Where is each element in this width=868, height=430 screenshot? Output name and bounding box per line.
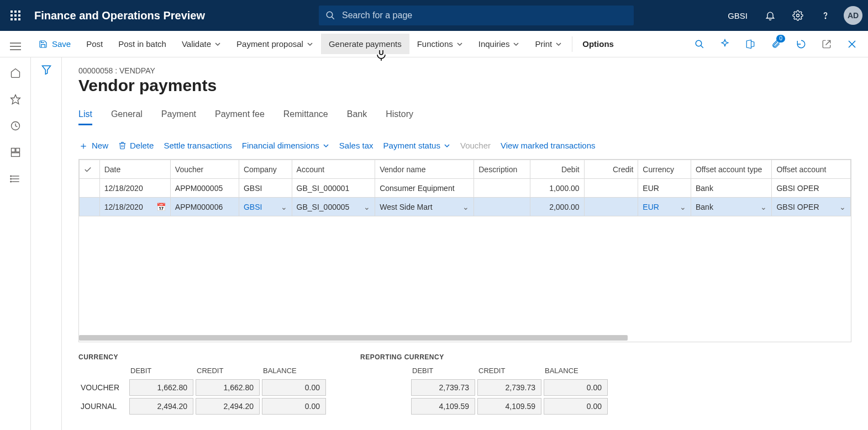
cell-account[interactable]: GB_SI_000001 [292,179,375,198]
tab-bank[interactable]: Bank [347,109,367,125]
cell-debit[interactable]: 1,000.00 [530,179,584,198]
tab-history[interactable]: History [386,109,413,125]
save-button[interactable]: Save [31,34,78,54]
cell-description[interactable] [474,198,530,216]
payment-proposal-menu[interactable]: Payment proposal [229,34,321,54]
sales-tax-button[interactable]: Sales tax [339,141,373,150]
find-icon[interactable] [688,33,711,56]
filter-icon[interactable] [41,64,52,430]
notifications-icon[interactable] [759,4,782,27]
col-offset-type[interactable]: Offset account type [691,160,772,179]
cell-voucher[interactable]: APPM000006 [170,198,239,216]
horizontal-scrollbar[interactable] [79,334,841,342]
app-launcher-icon[interactable] [3,3,28,28]
cell-offset-type[interactable]: Bank [691,179,772,198]
inquiries-menu[interactable]: Inquiries [471,34,528,54]
select-all-checkbox[interactable] [80,160,100,179]
chevron-down-icon [323,142,329,149]
print-menu[interactable]: Print [527,34,570,54]
company-picker[interactable]: GBSI [721,11,754,20]
office-icon[interactable] [739,33,762,56]
cell-company[interactable]: GBSI [239,179,292,198]
generate-payments-button[interactable]: Generate payments [321,34,409,54]
grid-header-row: Date Voucher Company Account Vendor name… [80,160,851,179]
col-credit[interactable]: Credit [584,160,638,179]
tab-list[interactable]: List [78,109,92,125]
cell-currency[interactable]: EUR⌄ [638,198,691,216]
help-icon[interactable] [814,4,837,27]
cell-date[interactable]: 12/18/2020📅 [99,198,170,216]
row-select[interactable] [80,179,100,198]
cell-offset-account[interactable]: GBSI OPER⌄ [772,198,851,216]
attach-icon[interactable]: 0 [764,33,787,56]
col-offset-account[interactable]: Offset account [772,160,851,179]
chevron-down-icon[interactable]: ⌄ [462,203,469,211]
table-row[interactable]: 12/18/2020📅 APPM000006 GBSI⌄ GB_SI_00000… [80,198,851,216]
financial-dimensions-menu[interactable]: Financial dimensions [242,141,329,150]
chevron-down-icon[interactable]: ⌄ [839,203,846,211]
cell-voucher[interactable]: APPM000005 [170,179,239,198]
cell-vendor-name[interactable]: West Side Mart⌄ [375,198,474,216]
tab-remittance[interactable]: Remittance [283,109,328,125]
action-bar: Save Post Post in batch Validate Payment… [0,31,868,57]
cell-company[interactable]: GBSI⌄ [239,198,292,216]
functions-menu[interactable]: Functions [409,34,471,54]
settle-transactions-button[interactable]: Settle transactions [164,141,232,150]
reporting-credit-label: CREDIT [476,363,543,378]
chevron-down-icon[interactable]: ⌄ [760,203,767,211]
calendar-icon[interactable]: 📅 [156,203,166,211]
reporting-voucher-credit: 2,739.73 [477,379,541,396]
cell-vendor-name[interactable]: Consumer Equipment [375,179,474,198]
copilot-icon[interactable] [713,33,737,56]
delete-button[interactable]: Delete [118,141,154,150]
popout-icon[interactable] [815,33,838,56]
cell-debit[interactable]: 2,000.00 [530,198,584,216]
home-icon[interactable] [4,62,27,84]
post-in-batch-button[interactable]: Post in batch [111,34,174,54]
global-search[interactable]: Search for a page [319,6,634,25]
chevron-down-icon[interactable]: ⌄ [680,203,686,211]
cell-description[interactable] [474,179,530,198]
settings-icon[interactable] [786,4,809,27]
user-avatar[interactable]: AD [844,6,862,25]
col-description[interactable]: Description [474,160,530,179]
search-icon [325,10,335,20]
favorites-icon[interactable] [4,88,27,110]
validate-menu[interactable]: Validate [174,34,229,54]
recent-icon[interactable] [4,115,27,137]
col-voucher[interactable]: Voucher [170,160,239,179]
cell-offset-type[interactable]: Bank⌄ [691,198,772,216]
cell-credit[interactable] [584,179,638,198]
col-debit[interactable]: Debit [530,160,584,179]
payment-status-menu[interactable]: Payment status [383,141,450,150]
cell-date[interactable]: 12/18/2020 [99,179,170,198]
scroll-thumb[interactable] [79,335,628,341]
currency-credit-label: CREDIT [194,363,261,378]
row-select[interactable] [80,198,100,216]
cell-account[interactable]: GB_SI_000005⌄ [292,198,375,216]
cell-credit[interactable] [584,198,638,216]
tab-payment-fee[interactable]: Payment fee [215,109,265,125]
col-company[interactable]: Company [239,160,292,179]
chevron-down-icon[interactable]: ⌄ [364,203,370,211]
svg-marker-12 [10,95,20,104]
col-account[interactable]: Account [292,160,375,179]
options-button[interactable]: Options [575,34,622,54]
tab-payment[interactable]: Payment [161,109,196,125]
nav-toggle-icon[interactable] [6,36,25,56]
new-button[interactable]: ＋New [78,141,108,150]
refresh-icon[interactable] [790,33,813,56]
col-date[interactable]: Date [99,160,170,179]
col-currency[interactable]: Currency [638,160,691,179]
workspaces-icon[interactable] [4,141,27,163]
cell-offset-account[interactable]: GBSI OPER [772,179,851,198]
modules-icon[interactable] [4,168,27,190]
post-button[interactable]: Post [78,34,111,54]
table-row[interactable]: 12/18/2020 APPM000005 GBSI GB_SI_000001 … [80,179,851,198]
view-marked-button[interactable]: View marked transactions [501,141,595,150]
tab-general[interactable]: General [111,109,143,125]
close-icon[interactable] [840,33,864,56]
cell-currency[interactable]: EUR [638,179,691,198]
chevron-down-icon[interactable]: ⌄ [281,203,287,211]
col-vendor-name[interactable]: Vendor name [375,160,474,179]
